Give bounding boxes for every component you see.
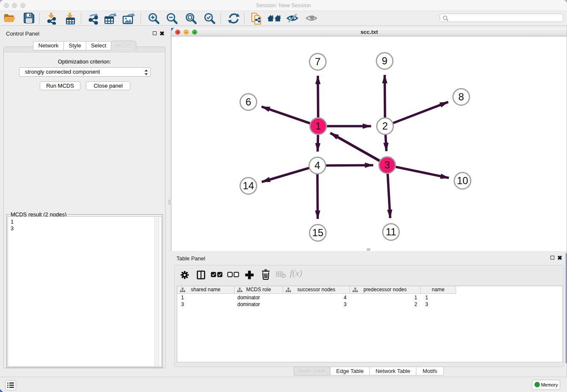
svg-text:11: 11 <box>386 226 396 237</box>
svg-text:4: 4 <box>314 160 320 171</box>
svg-text:3: 3 <box>384 159 390 171</box>
svg-text:2: 2 <box>382 120 388 132</box>
svg-text:15: 15 <box>312 227 324 238</box>
svg-text:10: 10 <box>457 175 468 186</box>
svg-text:14: 14 <box>243 180 254 191</box>
svg-text:6: 6 <box>245 96 251 108</box>
svg-text:1: 1 <box>315 120 321 132</box>
svg-text:7: 7 <box>315 56 320 67</box>
svg-text:9: 9 <box>382 55 387 66</box>
svg-text:8: 8 <box>458 91 464 102</box>
